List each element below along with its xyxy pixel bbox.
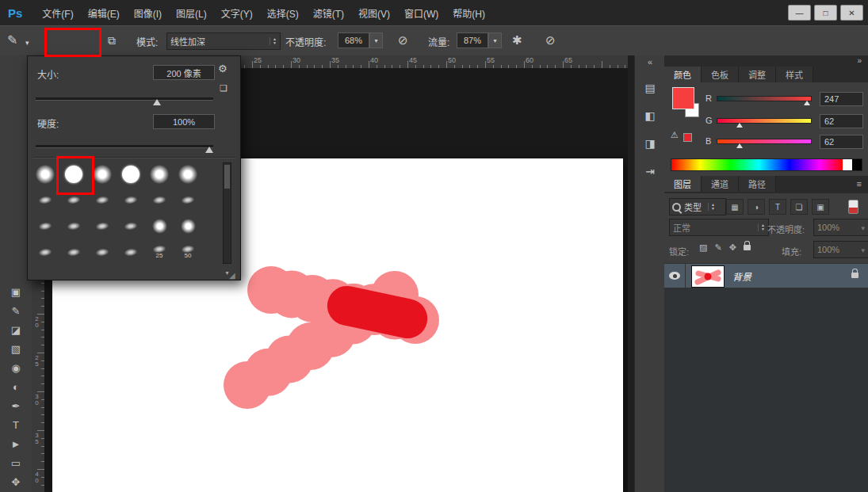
brush-preset[interactable]: 25 (145, 239, 174, 265)
red-value[interactable]: 247 (820, 92, 863, 106)
brush-preset[interactable] (31, 161, 59, 187)
size-value[interactable]: 200 像素 (153, 65, 215, 80)
menu-item[interactable]: 文件(F) (35, 0, 80, 25)
menu-item[interactable]: 文字(Y) (214, 0, 260, 25)
pen-tool[interactable]: ✒ (0, 396, 32, 415)
brush-preset[interactable] (145, 187, 174, 213)
minimize-button[interactable]: — (788, 5, 811, 21)
filter-type-layers-icon[interactable]: T (769, 199, 786, 215)
tablet-pressure-opacity-icon[interactable]: ⊘ (398, 33, 408, 48)
brush-preset[interactable] (145, 213, 174, 239)
expand-panels-icon[interactable]: « (635, 55, 665, 70)
menu-item[interactable]: 视图(V) (351, 0, 397, 25)
panel-menu-icon[interactable]: ≡ (857, 176, 868, 193)
flow-dropdown-icon[interactable] (488, 32, 502, 48)
brush-preset[interactable] (174, 161, 202, 187)
brush-preset[interactable] (145, 161, 174, 187)
red-slider-thumb[interactable] (804, 101, 810, 105)
tab-color[interactable]: 颜色 (664, 67, 702, 82)
toggle-brush-panel-icon[interactable]: ⧉ (108, 34, 116, 48)
dodge-tool[interactable]: ◐ (0, 377, 32, 396)
gear-icon[interactable]: ⚙ (218, 63, 228, 74)
tab-adjustments[interactable]: 调整 (739, 67, 776, 82)
type-tool[interactable]: T (0, 415, 32, 434)
hand-tool[interactable]: ✥ (0, 472, 32, 491)
scrollbar-thumb[interactable] (224, 165, 230, 189)
brush-preset[interactable] (31, 187, 59, 213)
eraser-tool[interactable]: ◪ (0, 320, 32, 339)
brush-preset[interactable] (31, 213, 59, 239)
lock-position-icon[interactable]: ✥ (729, 242, 736, 253)
menu-item[interactable]: 滤镜(T) (306, 0, 351, 25)
brush-preset[interactable] (117, 239, 145, 265)
brush-preset[interactable] (117, 213, 145, 239)
layer-thumbnail[interactable] (691, 265, 725, 288)
gamut-warning-icon[interactable]: ⚠ (671, 130, 679, 140)
hardness-value[interactable]: 100% (153, 114, 215, 129)
tab-layers[interactable]: 图层 (664, 176, 702, 192)
opacity-dropdown-icon[interactable] (369, 32, 383, 48)
airbrush-icon[interactable]: ✱ (512, 33, 522, 48)
history-brush-tool[interactable]: ✎ (0, 301, 32, 320)
filter-smart-object-icon[interactable]: ▣ (812, 199, 829, 215)
brush-preset[interactable] (59, 239, 88, 265)
size-slider[interactable] (36, 97, 213, 101)
flow-value[interactable]: 87% (457, 32, 488, 48)
menu-item[interactable]: 图层(L) (169, 0, 214, 25)
filter-pixel-layers-icon[interactable]: ▦ (726, 199, 744, 215)
clone-stamp-tool[interactable]: ▣ (0, 282, 32, 301)
gamut-color-swatch[interactable] (683, 133, 692, 142)
green-slider-thumb[interactable] (736, 123, 743, 128)
brush-preset[interactable] (174, 213, 202, 239)
color-spectrum-bar[interactable] (671, 158, 862, 171)
collapse-panels-icon[interactable]: » (857, 56, 862, 65)
brush-grid-scrollbar[interactable] (223, 162, 231, 264)
panel-resize-grip[interactable] (229, 267, 235, 281)
brush-preset[interactable]: 50 (174, 239, 202, 265)
layer-row-background[interactable]: 背景 (664, 263, 868, 288)
lock-pixels-icon[interactable]: ✎ (714, 242, 721, 253)
menu-item[interactable]: 帮助(H) (445, 0, 492, 25)
rectangle-tool[interactable]: ▭ (0, 453, 32, 472)
lock-transparency-icon[interactable]: ▨ (699, 242, 707, 253)
menu-item[interactable]: 窗口(W) (397, 0, 445, 25)
blur-tool[interactable]: ◉ (0, 358, 32, 377)
brush-preset[interactable] (31, 239, 59, 265)
brush-preset[interactable] (117, 187, 145, 213)
collapsed-panel-icon[interactable]: ▤ (640, 78, 660, 97)
layer-opacity-value[interactable]: 100% (813, 219, 868, 236)
layer-visibility-toggle[interactable] (664, 264, 686, 288)
collapsed-panel-icon[interactable]: ◧ (640, 106, 660, 125)
green-slider[interactable] (717, 118, 812, 124)
new-preset-icon[interactable]: ❏ (220, 83, 228, 93)
hardness-slider[interactable] (36, 145, 213, 148)
tab-channels[interactable]: 通道 (702, 176, 739, 192)
size-slider-thumb[interactable] (153, 99, 161, 105)
brush-preset[interactable] (117, 161, 145, 187)
opacity-value[interactable]: 68% (338, 32, 369, 48)
collapsed-panel-icon[interactable]: ⇥ (640, 162, 660, 181)
blue-slider[interactable] (717, 139, 812, 144)
red-slider[interactable] (717, 96, 812, 101)
tab-styles[interactable]: 样式 (776, 67, 813, 82)
layer-filter-type-select[interactable]: 类型 (669, 198, 726, 215)
path-selection-tool[interactable]: ► (0, 434, 32, 453)
tab-paths[interactable]: 路径 (739, 176, 776, 192)
close-button[interactable]: ✕ (840, 5, 863, 21)
green-value[interactable]: 62 (820, 114, 863, 128)
filter-adjustment-layers-icon[interactable]: ◑ (748, 199, 765, 215)
brush-preset[interactable] (59, 213, 88, 239)
foreground-color-swatch[interactable] (672, 87, 694, 109)
tab-swatches[interactable]: 色板 (702, 67, 739, 82)
lock-all-icon[interactable] (744, 245, 751, 250)
gradient-tool[interactable]: ▧ (0, 339, 32, 358)
brush-preset[interactable] (88, 213, 117, 239)
brush-tool-icon[interactable]: ✎ (7, 32, 17, 48)
maximize-button[interactable]: □ (814, 5, 837, 21)
filter-group-layers-icon[interactable]: ❏ (790, 199, 808, 215)
hardness-slider-thumb[interactable] (205, 147, 213, 153)
brush-preset[interactable] (174, 187, 202, 213)
tool-preset-arrow-icon[interactable] (25, 34, 29, 48)
tablet-pressure-size-icon[interactable]: ⊘ (545, 33, 556, 48)
blue-value[interactable]: 62 (820, 135, 863, 149)
